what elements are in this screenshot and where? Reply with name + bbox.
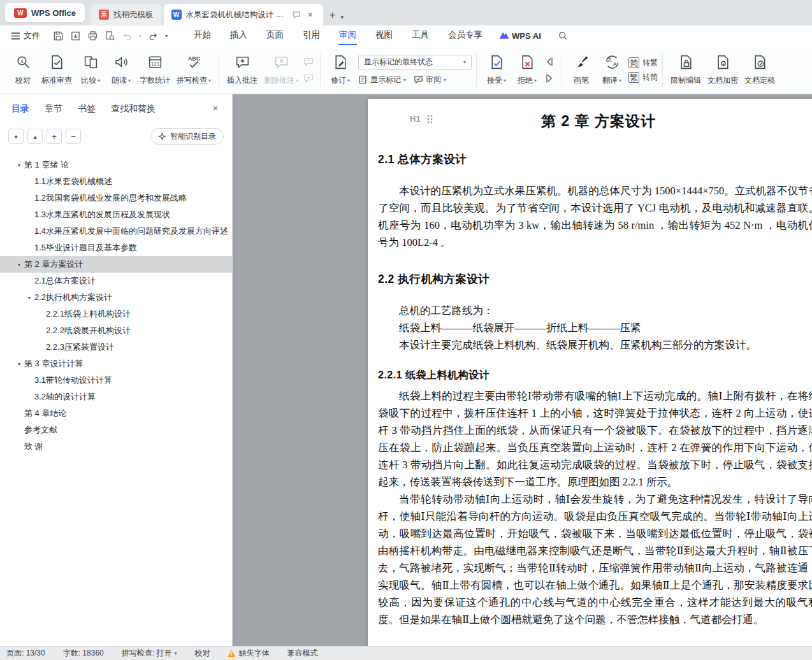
toc-zoom-in-button[interactable]: + — [47, 129, 62, 144]
wps-home-button[interactable]: W WPS Office — [5, 3, 85, 22]
encrypt-label: 文档加密 — [707, 75, 738, 86]
export-icon[interactable] — [70, 31, 81, 41]
compare-label: 比较 — [81, 75, 100, 86]
toc-expand-chevron-icon[interactable] — [14, 262, 24, 267]
toc-zoom-out-button[interactable]: − — [66, 129, 81, 144]
toc-item-label: 第 1 章绪 论 — [24, 159, 74, 171]
page-indicator[interactable]: 页面: 13/30 — [6, 648, 45, 659]
file-menu-button[interactable]: 文件 — [8, 30, 44, 41]
sidebar-close-icon[interactable] — [210, 103, 221, 113]
toc-item[interactable]: 1.4水果压紧机发展中面临的问题研究及发展方向评述 — [0, 223, 232, 240]
spell-check-button[interactable]: ABC 拼写检查 — [173, 50, 214, 90]
insert-comment-button[interactable]: 插入批注 — [224, 50, 261, 90]
toc-item[interactable]: 2.1总体方案设计 — [0, 273, 232, 289]
to-traditional-button[interactable]: 简 转繁 — [628, 57, 658, 68]
toc-item[interactable]: 2.2.2纸袋展开机构设计 — [0, 322, 232, 339]
to-simplified-button[interactable]: 繁 转简 — [628, 72, 658, 83]
word-count-button[interactable]: 123 字数统计 — [136, 50, 173, 90]
review-label: 审阅 — [426, 75, 441, 85]
markup-state-select[interactable]: 显示标记的最终状态 — [358, 55, 472, 70]
proofread-icon: A — [15, 54, 31, 73]
drag-handle-icon[interactable] — [427, 115, 433, 124]
menu-tab-review[interactable]: 审阅 — [330, 25, 366, 46]
toc-item[interactable]: 1.2我国套袋机械业发展的思考和发展战略 — [0, 190, 232, 206]
print-icon[interactable] — [87, 31, 98, 41]
qat-more-chevron-icon[interactable] — [165, 33, 168, 39]
doc-paragraph: 纸袋上料———纸袋展开———折纸上料———压紧 — [378, 319, 812, 336]
toc-item[interactable]: 第 2 章方案设计 — [0, 256, 232, 273]
sidebar-tab-sections[interactable]: 章节 — [45, 103, 62, 115]
accept-button[interactable]: 接受 — [481, 50, 512, 90]
reject-button[interactable]: 拒绝 — [512, 50, 542, 90]
toc-expand-chevron-icon[interactable] — [14, 362, 24, 366]
proofread-button[interactable]: A 校对 — [8, 50, 38, 90]
missing-font-warning[interactable]: 缺失字体 — [228, 648, 269, 659]
svg-text:A: A — [613, 61, 617, 67]
toc-expand-up-button[interactable]: ▴ — [27, 129, 43, 144]
toc-item[interactable]: 参考文献 — [0, 422, 232, 438]
show-markup-label: 显示标记 — [370, 75, 401, 85]
redo-icon[interactable] — [148, 31, 159, 41]
chevron-down-icon — [444, 77, 446, 83]
wps-ai-button[interactable]: WPS AI — [498, 31, 541, 41]
smart-toc-button[interactable]: 智能识别目录 — [150, 128, 224, 145]
search-button[interactable] — [558, 31, 568, 41]
toc-item[interactable]: 2.2执行机构方案设计 — [0, 289, 232, 306]
compare-button[interactable]: 比较 — [75, 50, 106, 90]
doc-heading-3: 2.2.1 纸袋上料机构设计 — [378, 369, 812, 382]
translate-button[interactable]: 文A 翻译 — [597, 50, 627, 90]
menu-tab-page[interactable]: 页面 — [257, 25, 293, 46]
previous-change-icon[interactable] — [542, 55, 556, 68]
sidebar-tab-find-replace[interactable]: 查找和替换 — [111, 103, 156, 115]
menu-tab-reference[interactable]: 引用 — [293, 25, 330, 46]
encrypt-button[interactable]: 文档加密 — [704, 50, 741, 90]
next-change-icon[interactable] — [542, 72, 556, 85]
review-menu-button[interactable]: 审阅 — [414, 75, 446, 85]
compat-mode-indicator[interactable]: 兼容模式 — [287, 648, 317, 659]
read-aloud-button[interactable]: 朗读 — [106, 50, 136, 90]
toc-item[interactable]: 第 1 章绪 论 — [0, 157, 232, 173]
menu-tab-view[interactable]: 视图 — [366, 25, 402, 46]
toc-item[interactable]: 3.2轴的设计计算 — [0, 389, 232, 405]
toc-item[interactable]: 第 4 章结论 — [0, 405, 232, 422]
finalize-icon — [752, 54, 768, 73]
restrict-edit-button[interactable]: 限制编辑 — [667, 50, 704, 90]
tab-list-chevron-icon[interactable] — [341, 14, 349, 25]
toc-item[interactable]: 第 3 章设计计算 — [0, 355, 232, 372]
menu-tab-start[interactable]: 开始 — [184, 25, 221, 46]
sidebar-tab-bookmarks[interactable]: 书签 — [78, 103, 96, 115]
new-tab-button[interactable] — [323, 9, 341, 25]
tab-docer-templates[interactable]: 禾 找稻壳模板 — [91, 4, 161, 25]
toc-item-label: 2.2执行机构方案设计 — [34, 292, 117, 303]
standard-review-button[interactable]: 标准审查 — [38, 50, 75, 90]
accept-label: 接受 — [487, 75, 506, 86]
track-changes-button[interactable]: 修订 — [325, 50, 356, 90]
sidebar-tab-toc[interactable]: 目录 — [11, 103, 29, 115]
finalize-button[interactable]: 文档定稿 — [741, 50, 778, 90]
toc-item[interactable]: 1.3水果压紧机的发展历程及发展现状 — [0, 206, 232, 223]
toc-item[interactable]: 1.5毕业设计题目及基本参数 — [0, 240, 232, 256]
menu-tab-tools[interactable]: 工具 — [402, 25, 439, 46]
tab-close-icon[interactable] — [305, 10, 315, 20]
toc-item[interactable]: 致 谢 — [0, 438, 232, 455]
tab-document[interactable]: W 水果套袋机机械结构设计 毕业 — [164, 4, 323, 25]
toc-expand-chevron-icon[interactable] — [14, 163, 24, 168]
proofread-status[interactable]: 校对 — [194, 648, 210, 659]
save-icon[interactable] — [53, 31, 64, 41]
spellcheck-indicator[interactable]: 拼写检查: 打开 — [122, 648, 177, 659]
toc-expand-chevron-icon[interactable] — [24, 296, 34, 300]
toc-item[interactable]: 3.1带轮传动设计计算 — [0, 372, 232, 389]
toc-item[interactable]: 2.2.1纸袋上料机构设计 — [0, 306, 232, 322]
docer-icon: 禾 — [99, 10, 109, 20]
toc-collapse-all-button[interactable]: ▾ — [8, 129, 24, 144]
toc-item-label: 1.3水果压紧机的发展历程及发展现状 — [34, 209, 175, 220]
print-preview-icon[interactable] — [105, 31, 115, 41]
toc-item[interactable]: 2.2.3压紧装置设计 — [0, 339, 232, 355]
toc-item[interactable]: 1.1水果套袋机械概述 — [0, 173, 232, 190]
show-markup-button[interactable]: 显示标记 — [358, 75, 406, 85]
page[interactable]: H1 第 2 章 方案设计2.1 总体方案设计本设计的压紧机为立式水果压紧机。机… — [368, 99, 812, 646]
highlighter-button[interactable]: 画笔 — [566, 50, 597, 90]
word-count-indicator[interactable]: 字数: 18360 — [63, 648, 104, 659]
menu-tab-insert[interactable]: 插入 — [221, 25, 257, 46]
menu-tab-vip[interactable]: 会员专享 — [439, 25, 492, 46]
